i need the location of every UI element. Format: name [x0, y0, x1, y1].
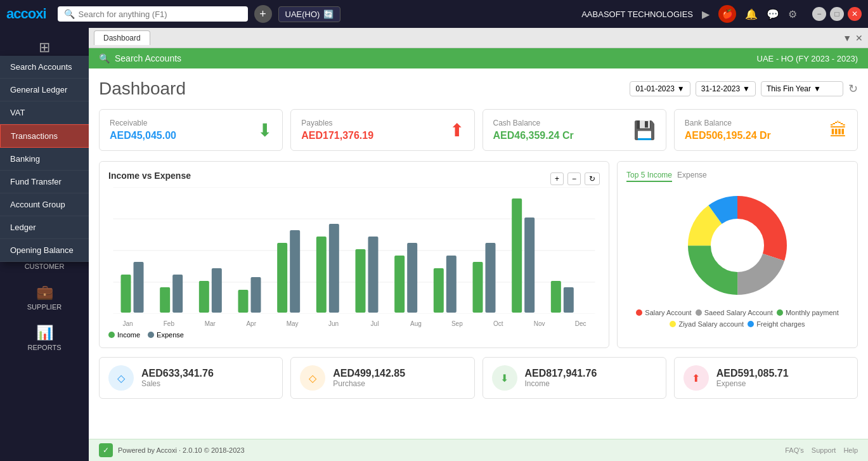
settings-icon[interactable]: ⚙ — [788, 8, 797, 20]
tab-top5-expense[interactable]: Expense — [677, 171, 707, 182]
support-link[interactable]: Support — [812, 446, 836, 454]
tab-menu-button[interactable]: ▼ — [843, 33, 852, 43]
tab-dashboard[interactable]: Dashboard — [94, 30, 150, 45]
svg-point-34 — [712, 220, 763, 271]
menu-account-group[interactable]: Account Group — [0, 193, 89, 216]
calendar-from-icon: ▼ — [677, 84, 685, 93]
svg-rect-17 — [356, 249, 366, 313]
menu-general-ledger[interactable]: General Ledger — [0, 79, 89, 101]
calendar-to-icon: ▼ — [742, 84, 750, 93]
tab-bar: Dashboard ▼ ✕ — [89, 28, 868, 48]
sales-label: Sales — [141, 379, 214, 388]
bell-icon[interactable]: 🔔 — [745, 8, 758, 20]
refresh-icon[interactable]: 🔄 — [323, 10, 334, 19]
sidebar-label-reports: REPORTS — [28, 344, 62, 351]
bottom-expense: ⬆ AED591,085.71 Expense — [674, 357, 858, 399]
menu-ledger[interactable]: Ledger — [0, 216, 89, 239]
sales-amount: AED633,341.76 — [141, 368, 214, 379]
month-label: Nov — [520, 320, 559, 327]
sidebar-item-supplier[interactable]: 💼 SUPPLIER — [6, 278, 82, 317]
search-accounts-label: Search Accounts — [115, 53, 181, 63]
tab-close-button[interactable]: ✕ — [855, 33, 863, 43]
date-to-value: 31-12-2023 — [701, 84, 740, 93]
svg-rect-21 — [434, 268, 444, 313]
period-select[interactable]: This Fin Year ▼ — [761, 81, 843, 96]
menu-vat[interactable]: VAT ▶ — [0, 101, 89, 124]
maximize-button[interactable]: □ — [830, 7, 844, 21]
month-label: Jan — [108, 320, 147, 327]
kpi-payables-value: AED171,376.19 — [301, 130, 373, 141]
month-label: Dec — [561, 320, 600, 327]
purchase-label: Purchase — [333, 379, 405, 388]
bottom-purchase: ◇ AED499,142.85 Purchase — [290, 357, 474, 399]
donut-container: Salary Account Saeed Salary Account Mont… — [626, 188, 848, 328]
svg-rect-10 — [212, 268, 222, 313]
income-label: Income — [525, 379, 597, 388]
menu-transactions[interactable]: Transactions ▶ — [0, 124, 89, 148]
legend-monthly: Monthly payment — [777, 309, 839, 316]
bottom-row: ◇ AED633,341.76 Sales ◇ AED499,142.85 Pu… — [99, 357, 858, 399]
monthly-dot — [777, 309, 783, 316]
sidebar-item-reports[interactable]: 📊 REPORTS — [6, 318, 82, 358]
svg-rect-25 — [512, 198, 522, 313]
company-selector[interactable]: UAE(HO) 🔄 — [278, 6, 341, 22]
svg-rect-11 — [238, 290, 249, 313]
dashboard-header: Dashboard 01-01-2023 ▼ 31-12-2023 ▼ This… — [99, 79, 858, 99]
legend-saeed: Saeed Salary Account — [696, 309, 773, 316]
faq-link[interactable]: FAQ's — [785, 446, 804, 454]
tab-actions: ▼ ✕ — [843, 33, 863, 43]
search-accounts-left: 🔍 Search Accounts — [99, 53, 181, 63]
svg-rect-27 — [551, 281, 561, 313]
tab-top5-income[interactable]: Top 5 Income — [626, 171, 672, 182]
content-area: Dashboard ▼ ✕ 🔍 Search Accounts UAE - HO… — [89, 28, 868, 461]
top-bar: accoxi 🔍 + UAE(HO) 🔄 AABASOFT TECHNOLOGI… — [0, 0, 868, 28]
income-bottom-icon: ⬇ — [492, 365, 517, 391]
income-amount: AED817,941.76 — [525, 368, 597, 379]
legend-salary: Salary Account — [636, 309, 691, 316]
minimize-button[interactable]: − — [812, 7, 826, 21]
chart-minus-button[interactable]: − — [567, 172, 581, 185]
company-info: UAE - HO (FY 2023 - 2023) — [757, 54, 858, 63]
chat-icon[interactable]: 💬 — [767, 8, 779, 20]
svg-rect-14 — [290, 230, 300, 313]
help-link[interactable]: Help — [843, 446, 858, 454]
global-search[interactable]: 🔍 — [58, 6, 248, 22]
sidebar-label-supplier: SUPPLIER — [27, 303, 62, 311]
chart-plus-button[interactable]: + — [550, 172, 564, 185]
date-from-input[interactable]: 01-01-2023 ▼ — [630, 81, 690, 96]
bottom-sales: ◇ AED633,341.76 Sales — [99, 357, 283, 399]
svg-rect-22 — [446, 256, 457, 313]
kpi-row: Receivable AED45,045.00 ⬇ Payables AED17… — [99, 109, 858, 151]
menu-opening-balance[interactable]: Opening Balance — [0, 239, 89, 262]
date-controls: 01-01-2023 ▼ 31-12-2023 ▼ This Fin Year … — [630, 81, 858, 96]
chart-refresh-button[interactable]: ↻ — [585, 172, 600, 185]
ziyad-dot — [670, 321, 676, 327]
svg-rect-15 — [316, 237, 327, 313]
menu-search-accounts[interactable]: Search Accounts — [0, 56, 89, 79]
svg-rect-6 — [134, 262, 144, 313]
top5-chart: Top 5 Income Expense — [617, 161, 858, 348]
kpi-receivable: Receivable AED45,045.00 ⬇ — [99, 109, 283, 151]
month-label: Apr — [232, 320, 271, 327]
kpi-payables-info: Payables AED171,376.19 — [301, 119, 373, 141]
add-button[interactable]: + — [254, 5, 272, 23]
menu-fund-transfer[interactable]: Fund Transfer ▶ — [0, 171, 89, 193]
month-label: Oct — [479, 320, 517, 327]
purchase-bottom-icon: ◇ — [300, 365, 325, 391]
salary-dot — [636, 309, 642, 316]
svg-rect-13 — [277, 243, 287, 313]
svg-rect-16 — [329, 224, 339, 313]
period-value: This Fin Year — [767, 84, 811, 93]
freight-dot — [748, 321, 754, 327]
chart-month-labels: JanFebMarAprMayJunJulAugSepOctNovDec — [108, 320, 600, 327]
refresh-button[interactable]: ↻ — [848, 82, 858, 96]
date-to-input[interactable]: 31-12-2023 ▼ — [696, 81, 756, 96]
svg-rect-5 — [121, 275, 131, 313]
kpi-bank-label: Bank Balance — [685, 119, 771, 127]
close-button[interactable]: ✕ — [848, 7, 862, 21]
global-search-input[interactable] — [79, 10, 231, 19]
income-dot — [108, 332, 115, 338]
menu-banking[interactable]: Banking ▶ — [0, 148, 89, 171]
bar-chart-svg — [108, 187, 600, 314]
kpi-cash-value: AED46,359.24 Cr — [493, 130, 574, 141]
